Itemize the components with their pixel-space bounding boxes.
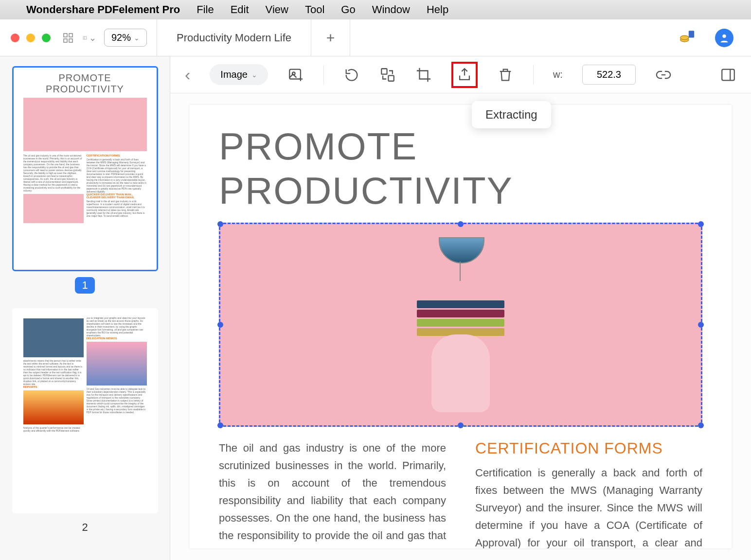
menu-tool[interactable]: Tool xyxy=(305,3,324,16)
close-window-button[interactable] xyxy=(11,34,19,42)
resize-handle-n[interactable] xyxy=(458,221,464,227)
svg-rect-3 xyxy=(69,39,72,42)
new-tab-button[interactable]: + xyxy=(311,19,350,56)
zoom-dropdown[interactable]: 92%⌄ xyxy=(104,29,147,47)
width-input[interactable] xyxy=(582,65,636,85)
resize-handle-e[interactable] xyxy=(698,322,704,328)
extracting-tooltip: Extracting xyxy=(472,101,551,128)
certification-heading: CERTIFICATION FORMS xyxy=(475,439,702,457)
menu-edit[interactable]: Edit xyxy=(231,3,249,16)
menu-window[interactable]: Window xyxy=(372,3,410,16)
menu-view[interactable]: View xyxy=(266,3,288,16)
link-icon[interactable] xyxy=(655,67,672,83)
svg-rect-2 xyxy=(64,39,67,42)
back-button[interactable]: ‹ xyxy=(185,65,190,84)
svg-rect-0 xyxy=(64,34,67,37)
app-name[interactable]: Wondershare PDFelement Pro xyxy=(26,3,180,16)
svg-rect-4 xyxy=(83,36,87,39)
svg-point-9 xyxy=(722,34,726,37)
svg-rect-16 xyxy=(722,69,734,80)
coins-icon[interactable] xyxy=(679,29,696,47)
replace-icon[interactable] xyxy=(379,67,396,83)
page-number-2: 2 xyxy=(75,519,94,536)
menu-go[interactable]: Go xyxy=(341,3,355,16)
page-number-badge-1: 1 xyxy=(75,277,94,294)
image-edit-toolbar: ‹ Image⌄ xyxy=(170,56,751,93)
delete-icon[interactable] xyxy=(497,67,514,83)
extract-icon[interactable] xyxy=(456,67,473,83)
panel-layout-icon[interactable] xyxy=(83,31,96,45)
svg-rect-8 xyxy=(689,31,694,37)
body-right-text: Certification is generally a back and fo… xyxy=(475,464,702,548)
page-thumbnail-1[interactable]: PROMOTE PRODUCTIVITY The oil and gas ind… xyxy=(12,66,158,271)
resize-handle-sw[interactable] xyxy=(217,422,223,428)
crop-icon[interactable] xyxy=(415,67,432,83)
svg-point-7 xyxy=(680,35,689,40)
editor-area: ‹ Image⌄ xyxy=(170,56,751,560)
hero-illustration xyxy=(412,237,509,412)
svg-rect-15 xyxy=(388,75,393,81)
resize-handle-ne[interactable] xyxy=(698,221,704,227)
user-avatar[interactable] xyxy=(715,29,733,47)
extract-button-highlight xyxy=(451,62,478,88)
window-controls xyxy=(0,34,61,42)
svg-rect-1 xyxy=(69,34,72,37)
resize-handle-s[interactable] xyxy=(458,422,464,428)
resize-handle-w[interactable] xyxy=(217,322,223,328)
window-tab-bar: 92%⌄ Productivity Modern Life + xyxy=(0,19,751,56)
grid-view-icon[interactable] xyxy=(61,31,75,45)
rotate-icon[interactable] xyxy=(343,67,360,83)
document-tab[interactable]: Productivity Modern Life xyxy=(157,19,311,56)
body-left-text: The oil and gas industry is one of the m… xyxy=(219,439,446,548)
resize-handle-nw[interactable] xyxy=(217,221,223,227)
resize-handle-se[interactable] xyxy=(698,422,704,428)
minimize-window-button[interactable] xyxy=(26,34,35,42)
maximize-window-button[interactable] xyxy=(42,34,51,42)
thumbnail-sidebar: PROMOTE PRODUCTIVITY The oil and gas ind… xyxy=(0,56,170,560)
pdf-page: PROMOTE PRODUCTIVITY xyxy=(190,105,732,548)
add-image-icon[interactable] xyxy=(287,67,304,83)
selected-image[interactable] xyxy=(219,223,702,427)
page-title: PROMOTE PRODUCTIVITY xyxy=(219,124,702,213)
menu-file[interactable]: File xyxy=(197,3,214,16)
panel-icon[interactable] xyxy=(720,67,736,83)
edit-mode-dropdown[interactable]: Image⌄ xyxy=(210,64,268,85)
macos-menubar: Wondershare PDFelement Pro File Edit Vie… xyxy=(0,0,751,19)
menu-help[interactable]: Help xyxy=(427,3,448,16)
width-label: w: xyxy=(553,69,563,80)
page-canvas[interactable]: PROMOTE PRODUCTIVITY xyxy=(170,93,751,560)
page-thumbnail-2[interactable]: attachments means that the person has to… xyxy=(12,308,158,513)
svg-rect-14 xyxy=(381,69,387,74)
